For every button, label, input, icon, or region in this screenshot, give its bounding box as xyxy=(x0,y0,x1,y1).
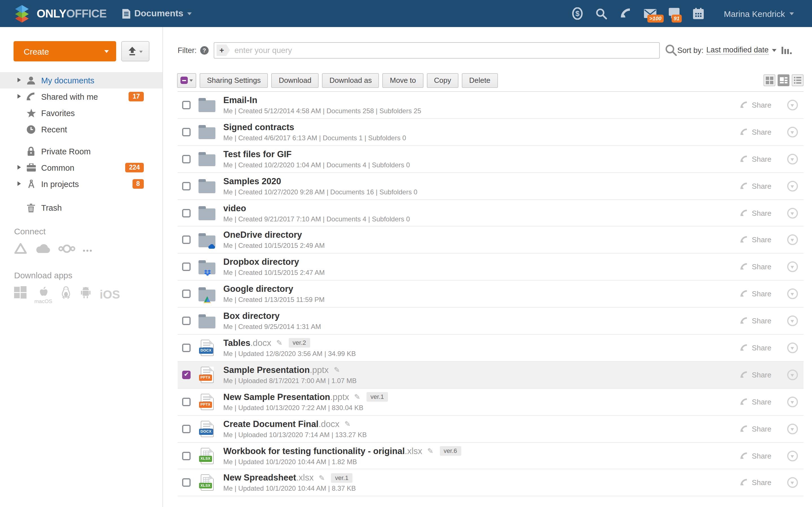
toolbar-move-to-button[interactable]: Move to xyxy=(383,73,423,88)
toolbar-download-button[interactable]: Download xyxy=(271,73,319,88)
item-name[interactable]: Box directory xyxy=(223,311,280,321)
create-button[interactable]: Create xyxy=(13,41,116,61)
row-checkbox[interactable] xyxy=(182,236,191,244)
item-name[interactable]: Create Document Final xyxy=(223,419,319,429)
row-menu-button[interactable] xyxy=(787,235,798,245)
folder-row-video[interactable]: video Me | Created 9/21/2017 7:10 AM | D… xyxy=(177,200,804,227)
share-button[interactable]: Share xyxy=(741,155,771,163)
select-all-button[interactable] xyxy=(177,73,196,88)
row-checkbox[interactable] xyxy=(182,182,191,190)
folder-row-dropbox-directory[interactable]: Dropbox directory Me | Created 10/15/201… xyxy=(177,254,804,281)
row-checkbox[interactable] xyxy=(182,425,191,433)
google-drive-icon[interactable] xyxy=(14,243,27,256)
sort-direction-icon[interactable] xyxy=(781,46,792,54)
sidebar-item-in-projects[interactable]: In projects 8 xyxy=(0,176,162,192)
item-name[interactable]: Email-In xyxy=(223,95,257,105)
version-badge[interactable]: ver.2 xyxy=(289,338,310,348)
item-name[interactable]: OneDrive directory xyxy=(223,230,302,240)
row-menu-button[interactable] xyxy=(787,288,798,299)
row-checkbox[interactable] xyxy=(182,452,191,460)
mail-icon[interactable]: >100 xyxy=(644,7,656,20)
row-menu-button[interactable] xyxy=(787,450,798,461)
row-checkbox[interactable] xyxy=(182,263,191,271)
folder-row-box-directory[interactable]: Box directory Me | Created 9/25/2014 1:3… xyxy=(177,307,804,335)
file-row-workbook-for-testing-functionality-original[interactable]: XLSX Workbook for testing functionality … xyxy=(177,443,804,469)
folder-row-google-directory[interactable]: Google directory Me | Created 1/13/2015 … xyxy=(177,281,804,307)
rename-icon[interactable]: ✎ xyxy=(354,393,360,401)
search-icon[interactable] xyxy=(595,7,608,20)
share-button[interactable]: Share xyxy=(741,236,771,244)
expand-arrow-icon[interactable] xyxy=(17,165,23,170)
android-icon[interactable] xyxy=(79,286,92,298)
share-button[interactable]: Share xyxy=(741,263,771,271)
version-badge[interactable]: ver.1 xyxy=(366,392,388,402)
share-button[interactable]: Share xyxy=(741,128,771,136)
row-menu-button[interactable] xyxy=(787,370,798,380)
toolbar-sharing-settings-button[interactable]: Sharing Settings xyxy=(200,73,268,88)
search-input[interactable] xyxy=(235,46,659,55)
folder-row-samples-2020[interactable]: Samples 2020 Me | Created 10/27/2020 9:2… xyxy=(177,173,804,200)
share-button[interactable]: Share xyxy=(741,182,771,190)
share-button[interactable]: Share xyxy=(741,101,771,109)
view-list-button[interactable] xyxy=(792,74,804,86)
nextcloud-icon[interactable] xyxy=(58,244,75,256)
onlyoffice-logo[interactable]: ONLYOFFICE xyxy=(12,5,107,22)
macos-icon[interactable]: macOS xyxy=(35,286,52,304)
item-name[interactable]: Workbook for testing functionality - ori… xyxy=(223,446,405,456)
row-checkbox[interactable] xyxy=(182,290,191,298)
share-button[interactable]: Share xyxy=(741,290,771,298)
row-menu-button[interactable] xyxy=(787,127,798,137)
row-menu-button[interactable] xyxy=(787,477,798,488)
toolbar-copy-button[interactable]: Copy xyxy=(426,73,458,88)
row-menu-button[interactable] xyxy=(787,424,798,434)
row-checkbox[interactable] xyxy=(182,155,191,163)
item-name[interactable]: Dropbox directory xyxy=(223,257,299,267)
add-filter-button[interactable]: + xyxy=(216,44,230,56)
sidebar-item-shared-with-me[interactable]: Shared with me 17 xyxy=(0,89,162,105)
share-button[interactable]: Share xyxy=(741,317,771,325)
expand-arrow-icon[interactable] xyxy=(17,78,23,82)
sidebar-item-trash[interactable]: Trash xyxy=(0,200,162,216)
share-button[interactable]: Share xyxy=(741,371,771,379)
module-switcher[interactable]: Documents xyxy=(122,8,192,18)
item-name[interactable]: Sample Presentation xyxy=(223,365,310,375)
rename-icon[interactable]: ✎ xyxy=(345,420,351,428)
version-badge[interactable]: ver.1 xyxy=(331,473,352,483)
sidebar-item-my-documents[interactable]: My documents xyxy=(0,72,162,89)
row-menu-button[interactable] xyxy=(787,208,798,218)
sidebar-item-private-room[interactable]: Private Room xyxy=(0,143,162,159)
row-menu-button[interactable] xyxy=(787,100,798,110)
calendar-icon[interactable] xyxy=(692,7,705,20)
row-menu-button[interactable] xyxy=(787,342,798,353)
sidebar-item-common[interactable]: Common 224 xyxy=(0,159,162,176)
payments-icon[interactable]: $ xyxy=(571,7,583,20)
sort-value[interactable]: Last modified date xyxy=(706,46,769,55)
share-button[interactable]: Share xyxy=(741,344,771,352)
rename-icon[interactable]: ✎ xyxy=(276,339,283,347)
file-row-create-document-final[interactable]: DOCX Create Document Final.docx ✎ Me | U… xyxy=(177,415,804,443)
share-button[interactable]: Share xyxy=(741,478,771,487)
windows-icon[interactable] xyxy=(14,286,27,298)
file-row-sample-presentation[interactable]: PPTX Sample Presentation.pptx ✎ Me | Upl… xyxy=(177,362,804,389)
item-name[interactable]: New Spreadsheet xyxy=(223,473,296,483)
row-checkbox[interactable] xyxy=(182,371,191,379)
file-row-new-spreadsheet[interactable]: XLSX New Spreadsheet.xlsx ✎ ver.1 Me | U… xyxy=(177,469,804,497)
onedrive-cloud-icon[interactable] xyxy=(35,243,51,256)
row-menu-button[interactable] xyxy=(787,316,798,326)
chat-icon[interactable]: 91 xyxy=(668,7,680,20)
row-checkbox[interactable] xyxy=(182,344,191,352)
file-row-tables[interactable]: DOCX Tables.docx ✎ ver.2 Me | Updated 12… xyxy=(177,335,804,362)
share-button[interactable]: Share xyxy=(741,209,771,217)
folder-row-email-in[interactable]: Email-In Me | Created 5/12/2014 4:58 AM … xyxy=(177,92,804,119)
expand-arrow-icon[interactable] xyxy=(17,181,23,186)
sidebar-item-recent[interactable]: Recent xyxy=(0,121,162,137)
view-thumbnails-button[interactable] xyxy=(763,74,775,86)
sidebar-item-favorites[interactable]: Favorites xyxy=(0,105,162,121)
row-checkbox[interactable] xyxy=(182,478,191,487)
toolbar-delete-button[interactable]: Delete xyxy=(462,73,498,88)
row-checkbox[interactable] xyxy=(182,101,191,109)
share-button[interactable]: Share xyxy=(741,425,771,433)
item-name[interactable]: Test files for GIF xyxy=(223,149,292,159)
item-name[interactable]: video xyxy=(223,203,246,213)
version-badge[interactable]: ver.6 xyxy=(440,446,461,456)
